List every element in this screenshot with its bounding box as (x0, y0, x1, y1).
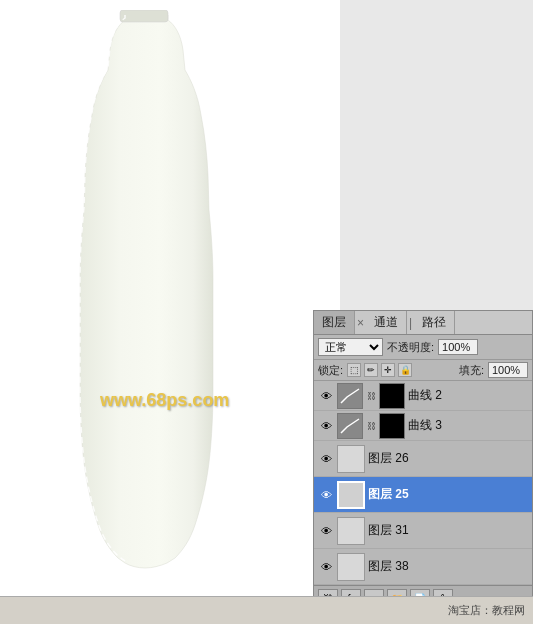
lock-label: 锁定: (318, 363, 343, 378)
layer-eye-curve2[interactable]: 👁 (318, 388, 334, 404)
layer-eye-38[interactable]: 👁 (318, 559, 334, 575)
layer-name-38: 图层 38 (368, 558, 528, 575)
layer-row-curve2[interactable]: 👁 ⛓ 曲线 2 (314, 381, 532, 411)
layer-mask-curve2 (379, 383, 405, 409)
tab-channels[interactable]: 通道 (366, 311, 407, 334)
fill-input[interactable] (488, 362, 528, 378)
layer-thumb-31 (337, 517, 365, 545)
layer-mask-curve3 (379, 413, 405, 439)
lock-paint-btn[interactable]: ✏ (364, 363, 378, 377)
layer-thumb-curve2 (337, 383, 363, 409)
layer-row-curve3[interactable]: 👁 ⛓ 曲线 3 (314, 411, 532, 441)
svg-rect-2 (339, 415, 361, 437)
tab-layers[interactable]: 图层 (314, 311, 355, 334)
layer-name-25: 图层 25 (368, 486, 528, 503)
opacity-input[interactable] (438, 339, 478, 355)
layer-name-31: 图层 31 (368, 522, 528, 539)
lock-row: 锁定: ⬚ ✏ ✛ 🔒 填充: (314, 360, 532, 381)
layer-row-25[interactable]: 👁 图层 25 (314, 477, 532, 513)
layer-eye-25[interactable]: 👁 (318, 487, 334, 503)
lock-icons: ⬚ ✏ ✛ 🔒 (347, 363, 412, 377)
opacity-label: 不透明度: (387, 340, 434, 355)
blend-opacity-row: 正常 不透明度: (314, 335, 532, 360)
lock-position-btn[interactable]: ✛ (381, 363, 395, 377)
lock-all-btn[interactable]: 🔒 (398, 363, 412, 377)
credit-bar: 淘宝店：教程网 (0, 596, 533, 624)
layer-row-26[interactable]: 👁 图层 26 (314, 441, 532, 477)
fill-label: 填充: (459, 363, 484, 378)
layer-eye-curve3[interactable]: 👁 (318, 418, 334, 434)
layer-name-26: 图层 26 (368, 450, 528, 467)
layer-eye-31[interactable]: 👁 (318, 523, 334, 539)
panel-tabs: 图层 × 通道 | 路径 (314, 311, 532, 335)
svg-rect-1 (339, 385, 361, 407)
blend-mode-select[interactable]: 正常 (318, 338, 383, 356)
layer-thumb-curve3 (337, 413, 363, 439)
watermark: www.68ps.com (100, 390, 229, 411)
layer-link-curve3: ⛓ (366, 412, 376, 440)
layer-link-curve2: ⛓ (366, 382, 376, 410)
layer-eye-26[interactable]: 👁 (318, 451, 334, 467)
layer-row-38[interactable]: 👁 图层 38 (314, 549, 532, 585)
layer-thumb-38 (337, 553, 365, 581)
layer-name-curve3: 曲线 3 (408, 417, 528, 434)
layers-panel: 图层 × 通道 | 路径 正常 不透明度: 锁定: ⬚ ✏ ✛ 🔒 填充: 👁 … (313, 310, 533, 611)
bottle-image (30, 10, 270, 600)
layer-row-31[interactable]: 👁 图层 31 (314, 513, 532, 549)
layer-thumb-26 (337, 445, 365, 473)
svg-rect-0 (120, 10, 168, 22)
lock-transparent-btn[interactable]: ⬚ (347, 363, 361, 377)
credit-text: 淘宝店：教程网 (448, 603, 525, 618)
tab-paths[interactable]: 路径 (414, 311, 455, 334)
layer-thumb-25 (337, 481, 365, 509)
layer-name-curve2: 曲线 2 (408, 387, 528, 404)
